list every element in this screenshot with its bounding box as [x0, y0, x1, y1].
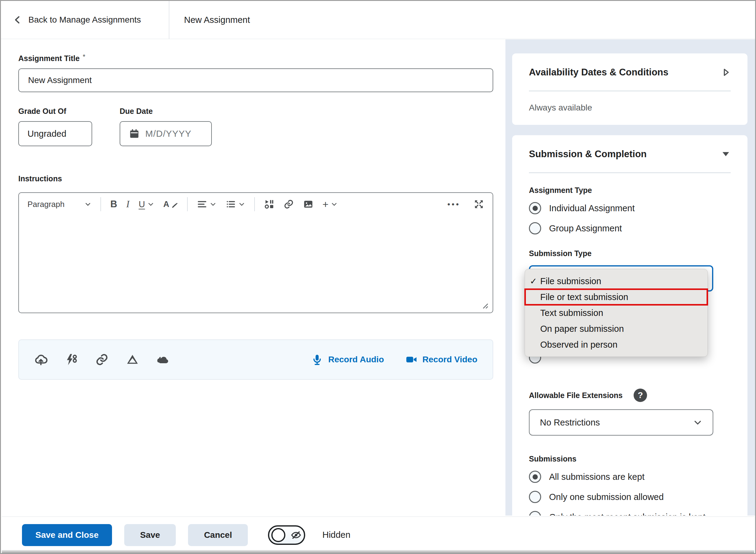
submission-completion-card: Submission & Completion Assignment Type … — [512, 135, 748, 515]
attach-existing-activity-icon[interactable] — [65, 353, 78, 366]
image-icon — [303, 199, 313, 209]
grade-due-row: Grade Out Of Ungraded Due Date — [18, 107, 493, 146]
grade-field: Grade Out Of Ungraded — [18, 107, 92, 146]
availability-header[interactable]: Availability Dates & Conditions — [529, 67, 731, 78]
submission-completion-title: Submission & Completion — [529, 149, 647, 160]
radio-button — [529, 222, 541, 234]
radio-button — [529, 471, 541, 483]
menu-option-text-submission[interactable]: Text submission — [525, 305, 707, 321]
availability-status: Always available — [529, 103, 731, 113]
bold-button[interactable]: B — [110, 199, 117, 210]
menu-option-file-or-text-submission[interactable]: File or text submission — [525, 289, 707, 305]
chevron-right-icon — [721, 67, 731, 77]
radio-only-one-submission[interactable]: Only one submission allowed — [529, 491, 731, 503]
visibility-toggle[interactable] — [268, 525, 305, 545]
editor-toolbar: Paragraph B I U A — [19, 193, 492, 216]
fullscreen-button[interactable] — [474, 199, 484, 209]
submission-completion-header[interactable]: Submission & Completion — [529, 149, 731, 160]
chevron-down-icon — [148, 201, 154, 208]
save-button[interactable]: Save — [124, 524, 176, 546]
assignment-type-label: Assignment Type — [529, 186, 731, 195]
card-divider — [529, 91, 731, 91]
file-upload-icon[interactable] — [34, 353, 48, 366]
cancel-button[interactable]: Cancel — [188, 524, 248, 546]
insert-stuff-icon — [264, 199, 274, 209]
onedrive-icon[interactable] — [156, 353, 170, 366]
toolbar-right-group: ••• — [448, 199, 484, 209]
menu-option-file-submission[interactable]: ✓ File submission — [525, 273, 707, 289]
assignment-form: Assignment Title * Grade Out Of Ungraded… — [1, 39, 506, 515]
font-color-button[interactable]: A — [163, 200, 178, 209]
due-date-field: Due Date M/D/YYYY — [120, 107, 212, 146]
due-date-label: Due Date — [120, 107, 212, 116]
microphone-icon — [311, 353, 323, 366]
radio-all-submissions-kept[interactable]: All submissions are kept — [529, 471, 731, 483]
due-date-input[interactable]: M/D/YYYY — [120, 121, 212, 146]
file-extensions-select[interactable]: No Restrictions — [529, 409, 713, 436]
header: Back to Manage Assignments New Assignmen… — [1, 1, 755, 39]
instructions-label: Instructions — [18, 174, 506, 183]
insert-stuff-button[interactable] — [264, 199, 274, 209]
record-buttons: Record Audio Record Video — [311, 353, 477, 366]
fullscreen-icon — [474, 199, 484, 209]
visibility-label: Hidden — [322, 530, 350, 540]
instructions-editor: Paragraph B I U A — [18, 192, 493, 313]
align-icon — [197, 199, 207, 209]
toolbar-divider — [187, 197, 188, 211]
insert-more-button[interactable]: + — [323, 199, 338, 210]
back-link[interactable]: Back to Manage Assignments — [13, 15, 169, 25]
submission-type-label: Submission Type — [529, 249, 731, 258]
new-assignment-screen: Back to Manage Assignments New Assignmen… — [0, 0, 756, 554]
file-extensions-label: Allowable File Extensions ? — [529, 389, 731, 402]
insert-image-button[interactable] — [303, 199, 313, 209]
menu-option-on-paper-submission[interactable]: On paper submission — [525, 321, 707, 337]
italic-button[interactable]: I — [126, 199, 129, 210]
underline-button[interactable]: U — [138, 199, 154, 209]
chevron-down-icon — [693, 418, 702, 427]
check-icon: ✓ — [530, 276, 537, 286]
toolbar-overflow-button[interactable]: ••• — [448, 200, 460, 209]
help-icon[interactable]: ? — [634, 389, 647, 402]
header-divider — [169, 1, 169, 39]
radio-most-recent-submission[interactable]: Only the most recent submission is kept — [529, 511, 731, 515]
paragraph-style-select[interactable]: Paragraph — [27, 200, 91, 209]
content: Assignment Title * Grade Out Of Ungraded… — [1, 39, 755, 515]
eye-slash-icon — [290, 529, 302, 541]
radio-group-assignment[interactable]: Group Assignment — [529, 222, 731, 234]
calendar-icon — [129, 128, 140, 139]
grade-out-of-label: Grade Out Of — [18, 107, 92, 116]
card-divider — [529, 172, 731, 173]
radio-button — [529, 491, 541, 503]
submissions-label: Submissions — [529, 454, 731, 463]
resize-handle[interactable] — [480, 300, 489, 310]
required-asterisk: * — [83, 53, 85, 62]
availability-card: Availability Dates & Conditions Always a… — [512, 53, 748, 125]
grade-out-of-button[interactable]: Ungraded — [18, 121, 92, 146]
radio-button — [529, 202, 541, 214]
submission-type-menu: ✓ File submission File or text submissio… — [525, 269, 708, 357]
assignment-title-input[interactable] — [18, 68, 493, 92]
save-and-close-button[interactable]: Save and Close — [22, 524, 112, 546]
insert-link-button[interactable] — [284, 199, 294, 209]
video-camera-icon — [405, 353, 417, 366]
settings-sidebar: Availability Dates & Conditions Always a… — [506, 39, 755, 515]
radio-individual-assignment[interactable]: Individual Assignment — [529, 202, 731, 214]
action-bar: Save and Close Save Cancel Hidden — [2, 516, 754, 553]
brush-icon — [171, 202, 178, 209]
submission-type-select-wrap: ✓ File submission File or text submissio… — [529, 265, 713, 291]
list-button[interactable] — [226, 199, 245, 209]
record-video-button[interactable]: Record Video — [405, 353, 477, 366]
chevron-down-icon — [84, 201, 91, 208]
chevron-down-icon — [210, 201, 216, 208]
back-label: Back to Manage Assignments — [28, 15, 141, 25]
back-chevron-icon — [13, 15, 22, 24]
google-drive-icon[interactable] — [126, 353, 139, 366]
align-button[interactable] — [197, 199, 216, 209]
link-icon — [284, 199, 294, 209]
menu-option-observed-in-person[interactable]: Observed in person — [525, 337, 707, 352]
assignment-title-label: Assignment Title * — [18, 54, 506, 63]
record-audio-button[interactable]: Record Audio — [311, 353, 384, 366]
attach-weblink-icon[interactable] — [95, 353, 109, 366]
bullet-list-icon — [226, 199, 236, 209]
page-title: New Assignment — [184, 15, 250, 25]
